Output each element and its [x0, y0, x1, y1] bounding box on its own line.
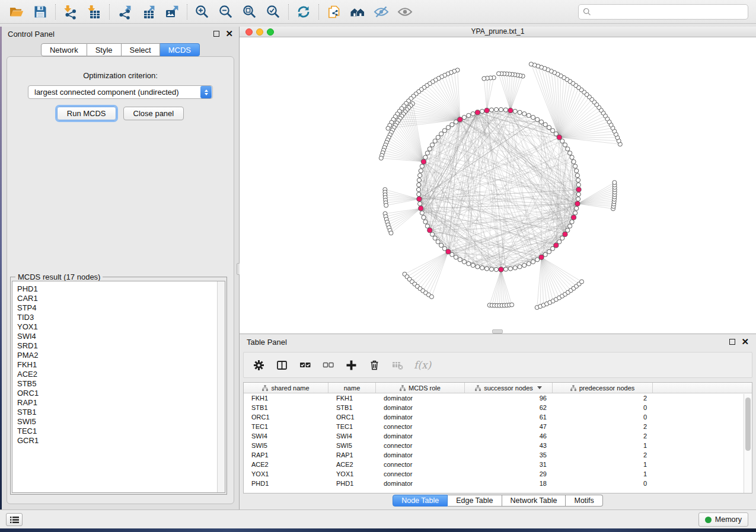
tab-network[interactable]: Network — [41, 43, 87, 56]
clone-network-button[interactable] — [322, 2, 346, 21]
import-table-icon — [87, 4, 102, 20]
deselect-all-button[interactable] — [321, 358, 334, 371]
table-row[interactable]: YOX1YOX1connector291 — [244, 469, 752, 479]
tab-mcds[interactable]: MCDS — [160, 43, 200, 56]
mcds-result-item[interactable]: SWI4 — [12, 332, 225, 341]
column-header-name[interactable]: name — [328, 383, 376, 393]
column-header-predecessor-nodes[interactable]: predecessor nodes — [553, 383, 653, 393]
table-row[interactable]: PHD1PHD1dominator180 — [244, 479, 752, 488]
show-all-button[interactable] — [393, 2, 417, 21]
attribute-type-icon — [262, 385, 268, 391]
result-scrollbar[interactable] — [217, 281, 225, 492]
search-input[interactable] — [594, 8, 744, 17]
table-tab-node-table[interactable]: Node Table — [393, 495, 448, 507]
export-network-button[interactable] — [113, 2, 136, 21]
cell-predecessor-nodes: 0 — [553, 403, 653, 412]
cell-name: PHD1 — [328, 479, 376, 488]
run-mcds-button[interactable]: Run MCDS — [57, 107, 116, 120]
zoom-out-button[interactable] — [214, 2, 238, 21]
close-panel-icon[interactable]: ✕ — [225, 31, 233, 37]
cell-predecessor-nodes: 2 — [553, 431, 653, 441]
table-row[interactable]: SWI5SWI5connector431 — [244, 441, 752, 450]
zoom-selected-button[interactable] — [261, 2, 285, 21]
tab-style[interactable]: Style — [87, 43, 122, 56]
mcds-result-item[interactable]: SWI5 — [12, 417, 225, 427]
delete-row-button[interactable] — [368, 358, 381, 371]
export-image-button[interactable] — [160, 2, 184, 21]
import-table-button[interactable] — [82, 2, 106, 21]
mcds-result-item[interactable]: STB5 — [12, 379, 225, 389]
cell-successor-nodes: 47 — [465, 422, 553, 431]
mcds-result-item[interactable]: ACE2 — [12, 370, 225, 379]
settings-button[interactable] — [252, 358, 265, 371]
hide-selected-button[interactable] — [369, 2, 393, 21]
mcds-result-item[interactable]: YOX1 — [12, 322, 225, 332]
table-tab-network-table[interactable]: Network Table — [502, 495, 566, 507]
toolbar-separator — [55, 4, 56, 20]
tab-select[interactable]: Select — [122, 43, 160, 56]
show-panels-menu-button[interactable] — [6, 513, 23, 526]
table-row[interactable]: ORC1ORC1dominator610 — [244, 412, 752, 422]
table-row[interactable]: RAP1RAP1dominator352 — [244, 450, 752, 460]
import-network-button[interactable] — [59, 2, 82, 21]
refresh-button[interactable] — [292, 2, 315, 21]
horizontal-splitter-handle[interactable] — [492, 329, 503, 334]
mcds-result-item[interactable]: CAR1 — [12, 294, 225, 303]
zoom-fit-button[interactable] — [238, 2, 261, 21]
minimize-window-icon[interactable] — [256, 28, 263, 36]
close-window-icon[interactable] — [245, 28, 253, 36]
save-button[interactable] — [28, 2, 52, 21]
mcds-result-item[interactable]: PMA2 — [12, 351, 225, 360]
cell-MCDS-role: connector — [376, 469, 465, 479]
table-row[interactable]: SWI4SWI4dominator462 — [244, 431, 752, 441]
maximize-window-icon[interactable] — [267, 28, 274, 36]
table-options-disabled-button — [391, 358, 404, 371]
mcds-result-item[interactable]: STP4 — [12, 303, 225, 313]
table-scrollbar-thumb[interactable] — [745, 398, 751, 451]
refresh-icon — [296, 4, 311, 20]
memory-button[interactable]: Memory — [698, 512, 748, 527]
select-all-icon — [299, 360, 311, 371]
select-all-button[interactable] — [298, 358, 311, 371]
network-title: YPA_prune.txt_1 — [240, 27, 756, 37]
mcds-result-item[interactable]: TID3 — [12, 313, 225, 322]
table-tab-edge-table[interactable]: Edge Table — [448, 495, 502, 507]
cell-successor-nodes: 46 — [465, 431, 553, 441]
column-header-shared-name[interactable]: shared name — [244, 383, 328, 393]
cell-MCDS-role: dominator — [376, 412, 465, 422]
table-tab-motifs[interactable]: Motifs — [566, 495, 602, 507]
mcds-result-item[interactable]: FKH1 — [12, 360, 225, 370]
mcds-result-item[interactable]: GCR1 — [12, 436, 225, 446]
table-row[interactable]: ACE2ACE2connector311 — [244, 460, 752, 469]
mcds-result-item[interactable]: TEC1 — [12, 427, 225, 436]
application-window: Control Panel ✕ NetworkStyleSelectMCDS O… — [0, 0, 756, 532]
table-row[interactable]: FKH1FKH1dominator962 — [244, 393, 752, 403]
add-row-button[interactable] — [344, 358, 358, 371]
float-panel-icon[interactable] — [213, 31, 219, 37]
network-canvas[interactable] — [240, 37, 755, 333]
open-button[interactable] — [5, 2, 28, 21]
column-header-successor-nodes[interactable]: successor nodes — [465, 383, 553, 393]
mcds-result-item[interactable]: PHD1 — [12, 284, 225, 294]
table-row[interactable]: STB1STB1dominator620 — [244, 403, 752, 412]
table-row[interactable]: TEC1TEC1connector472 — [244, 422, 752, 431]
first-neighbors-button[interactable] — [346, 2, 369, 21]
cell-name: STB1 — [328, 403, 376, 412]
cell-successor-nodes: 35 — [465, 450, 553, 460]
mcds-result-item[interactable]: RAP1 — [12, 398, 225, 408]
function-builder-icon[interactable]: f(x) — [414, 359, 431, 371]
mcds-result-item[interactable]: STB1 — [12, 408, 225, 417]
export-table-button[interactable] — [136, 2, 160, 21]
zoom-in-button[interactable] — [190, 2, 214, 21]
float-table-panel-icon[interactable] — [729, 339, 735, 345]
close-panel-button[interactable]: Close panel — [123, 107, 184, 120]
mcds-result-item[interactable]: ORC1 — [12, 389, 225, 398]
mcds-result-item[interactable]: SRD1 — [12, 341, 225, 351]
optimization-select[interactable]: largest connected component (undirected) — [28, 85, 213, 99]
table-scrollbar[interactable] — [744, 394, 752, 493]
column-header-MCDS-role[interactable]: MCDS role — [376, 383, 465, 393]
columns-button[interactable] — [275, 358, 288, 371]
cell-shared-name: FKH1 — [244, 393, 328, 403]
close-table-panel-icon[interactable]: ✕ — [741, 339, 749, 345]
cell-predecessor-nodes: 1 — [553, 441, 653, 450]
